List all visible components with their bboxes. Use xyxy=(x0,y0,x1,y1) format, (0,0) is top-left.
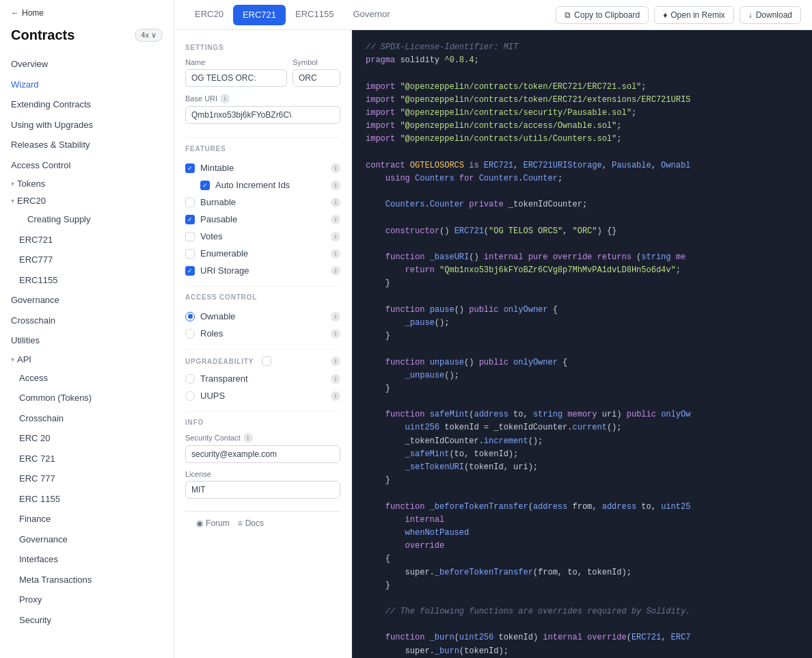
sidebar-item-api-meta[interactable]: Meta Transactions xyxy=(0,570,174,590)
sidebar-item-api-common[interactable]: Common (Tokens) xyxy=(0,388,174,408)
ownable-label: Ownable xyxy=(200,311,235,321)
auto-increment-info-icon[interactable]: i xyxy=(331,181,340,190)
sidebar-item-api-governance[interactable]: Governance xyxy=(0,529,174,550)
sidebar-item-api-finance[interactable]: Finance xyxy=(0,509,174,529)
tabs-bar: ERC20 ERC721 ERC1155 Governor ⧉ Copy to … xyxy=(174,0,812,30)
enumerable-info-icon[interactable]: i xyxy=(331,249,340,259)
access-control-section-label: ACCESS CONTROL xyxy=(185,293,340,301)
back-link[interactable]: ← ← Home xyxy=(0,0,174,23)
sidebar-item-erc1155[interactable]: ERC1155 xyxy=(0,270,174,291)
download-label: Download xyxy=(756,10,792,20)
sidebar-item-api-proxy[interactable]: Proxy xyxy=(0,590,174,610)
sidebar-item-api-security[interactable]: Security xyxy=(0,610,174,631)
content-split: SETTINGS Name Symbol Base URI i FEATURES xyxy=(174,30,812,658)
sidebar-section-tokens[interactable]: ▾ Tokens xyxy=(0,175,174,192)
sidebar-item-api-erc777[interactable]: ERC 777 xyxy=(0,469,174,489)
tab-erc721[interactable]: ERC721 xyxy=(233,5,286,25)
sidebar-item-access-control[interactable]: Access Control xyxy=(0,155,174,176)
sidebar-item-crosschain[interactable]: Crosschain xyxy=(0,311,174,331)
sidebar-item-releases[interactable]: Releases & Stability xyxy=(0,135,174,155)
sidebar-item-api-erc1155[interactable]: ERC 1155 xyxy=(0,489,174,510)
name-input[interactable] xyxy=(185,69,287,87)
uups-info-icon[interactable]: i xyxy=(331,391,340,401)
base-uri-info-icon[interactable]: i xyxy=(220,94,230,103)
symbol-input[interactable] xyxy=(293,69,340,87)
sidebar-item-utilities[interactable]: Utilities xyxy=(0,330,174,351)
sidebar-item-api-crosschain[interactable]: Crosschain xyxy=(0,408,174,429)
uups-radio[interactable] xyxy=(185,391,195,401)
ownable-info-icon[interactable]: i xyxy=(331,312,340,321)
docs-icon: ≡ xyxy=(238,518,243,528)
burnable-left: Burnable xyxy=(185,197,236,207)
uri-storage-label: URI Storage xyxy=(200,265,249,276)
uri-storage-checkbox[interactable] xyxy=(185,266,195,276)
security-contact-info-icon[interactable]: i xyxy=(243,433,253,443)
sidebar-section-api[interactable]: ▾ API xyxy=(0,351,174,368)
mintable-checkbox[interactable] xyxy=(185,163,195,173)
pausable-info-icon[interactable]: i xyxy=(331,215,340,224)
transparent-info-icon[interactable]: i xyxy=(331,374,340,384)
mintable-label: Mintable xyxy=(200,163,234,173)
mintable-info-icon[interactable]: i xyxy=(331,163,340,173)
sidebar-section-erc20[interactable]: ▾ ERC20 xyxy=(0,192,174,209)
auto-increment-checkbox[interactable] xyxy=(200,181,210,190)
enumerable-label: Enumerable xyxy=(200,248,248,259)
settings-section-label: SETTINGS xyxy=(185,44,340,51)
burnable-checkbox[interactable] xyxy=(185,198,195,207)
pausable-checkbox[interactable] xyxy=(185,215,195,224)
roles-info-icon[interactable]: i xyxy=(331,329,340,339)
pausable-left: Pausable xyxy=(185,214,237,224)
sidebar-item-erc777[interactable]: ERC777 xyxy=(0,250,174,270)
ownable-radio[interactable] xyxy=(185,312,195,321)
version-badge[interactable]: 4x ∨ xyxy=(135,29,163,42)
code-panel[interactable]: // SPDX-License-Identifier: MIT pragma s… xyxy=(352,30,812,658)
download-button[interactable]: ↓ Download xyxy=(740,6,801,24)
roles-radio[interactable] xyxy=(185,329,195,339)
divider-2 xyxy=(185,286,340,287)
sidebar-item-wizard[interactable]: Wizard xyxy=(0,75,174,95)
transparent-radio[interactable] xyxy=(185,374,195,384)
burnable-info-icon[interactable]: i xyxy=(331,198,340,207)
sidebar-item-governance[interactable]: Governance xyxy=(0,290,174,311)
enumerable-checkbox[interactable] xyxy=(185,249,195,259)
uri-storage-info-icon[interactable]: i xyxy=(331,266,340,276)
sidebar-item-upgrades[interactable]: Using with Upgrades xyxy=(0,115,174,135)
sidebar-item-api-erc20[interactable]: ERC 20 xyxy=(0,428,174,449)
roles-left: Roles xyxy=(185,328,223,339)
sidebar-item-api-interfaces[interactable]: Interfaces xyxy=(0,549,174,570)
sidebar-item-erc721[interactable]: ERC721 xyxy=(0,230,174,250)
sidebar-item-creating-supply[interactable]: Creating Supply xyxy=(0,209,174,230)
sidebar-item-overview[interactable]: Overview xyxy=(0,54,174,75)
votes-info-icon[interactable]: i xyxy=(331,232,340,241)
forum-link[interactable]: ◉ Forum xyxy=(196,518,230,528)
tab-erc20[interactable]: ERC20 xyxy=(185,0,233,29)
copy-icon: ⧉ xyxy=(565,10,571,20)
sidebar-item-api-erc721[interactable]: ERC 721 xyxy=(0,449,174,469)
license-input[interactable] xyxy=(185,481,340,499)
sidebar-item-api-access[interactable]: Access xyxy=(0,368,174,389)
tokens-arrow-icon: ▾ xyxy=(11,180,14,187)
tab-governor[interactable]: Governor xyxy=(343,0,399,29)
name-field-group: Name xyxy=(185,58,287,87)
burnable-label: Burnable xyxy=(200,197,236,207)
upgradeability-checkbox[interactable] xyxy=(262,356,271,366)
base-uri-input[interactable] xyxy=(185,106,340,124)
open-in-remix-button[interactable]: ♦ Open in Remix xyxy=(654,6,734,24)
upgradeability-info-icon[interactable]: i xyxy=(331,356,340,366)
tab-erc1155[interactable]: ERC1155 xyxy=(286,0,343,29)
votes-checkbox[interactable] xyxy=(185,232,195,241)
security-contact-label: Security Contact xyxy=(185,434,241,442)
upgradeability-header-row: UPGRADEABILITY i xyxy=(185,356,340,366)
version-label: 4x ∨ xyxy=(141,31,157,40)
copy-to-clipboard-button[interactable]: ⧉ Copy to Clipboard xyxy=(556,6,649,24)
divider-3 xyxy=(185,349,340,350)
docs-link[interactable]: ≡ Docs xyxy=(238,518,264,528)
security-contact-input[interactable] xyxy=(185,445,340,463)
sidebar-item-extending[interactable]: Extending Contracts xyxy=(0,94,174,115)
access-ownable: Ownable i xyxy=(185,308,340,325)
feature-mintable: Mintable i xyxy=(185,159,340,176)
upgrade-uups: UUPS i xyxy=(185,387,340,404)
uups-label: UUPS xyxy=(200,391,225,401)
uups-left: UUPS xyxy=(185,391,225,401)
code-content: // SPDX-License-Identifier: MIT pragma s… xyxy=(352,30,812,658)
